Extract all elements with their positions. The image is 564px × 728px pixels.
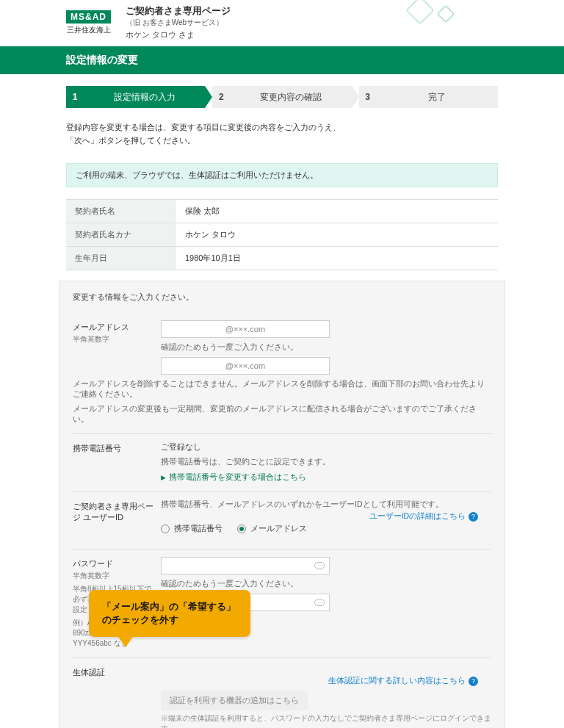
email-delete-note: メールアドレスを削除することはできません。メールアドレスを削除する場合は、画面下… [73,379,491,400]
password-input[interactable] [161,557,330,574]
brand-logo: MS&AD [66,10,111,24]
panel-intro: 変更する情報をご入力ください。 [73,292,491,303]
userid-desc: 携帯電話番号、メールアドレスのいずれかをユーザーIDとして利用可能です。 [161,500,491,510]
name-value: 保険 太郎 [176,200,498,223]
email-confirm-input[interactable]: @×××.com [161,357,330,375]
table-row: 生年月日 1980年10月1日 [66,247,498,270]
step-1-num: 1 [66,92,84,102]
password-label: パスワード [73,559,113,568]
contract-info-table: 契約者氏名 保険 太郎 契約者氏名カナ ホケン タロウ 生年月日 1980年10… [66,199,498,270]
step-2: 2 変更内容の確認 [212,86,351,108]
kana-label: 契約者氏名カナ [66,223,176,246]
step-indicator: 1 設定情報の入力 2 変更内容の確認 3 完了 [0,74,564,118]
page-owner-title: ご契約者さま専用ページ [126,4,231,18]
intro-line-2: 「次へ」ボタンを押してください。 [66,134,498,148]
email-sublabel: 半角英数字 [73,334,161,345]
userid-radio-phone[interactable]: 携帯電話番号 [161,523,223,534]
mobile-label: 携帯電話番号 [73,444,121,453]
step-1: 1 設定情報の入力 [66,86,205,108]
step-3-num: 3 [359,92,377,102]
radio-icon [237,525,246,533]
brand-sub: 三井住友海上 [67,25,111,35]
biometric-note: ※端末の生体認証を利用すると、パスワードの入力なしでご契約者さま専用ページにログ… [161,713,491,728]
kana-value: ホケン タロウ [176,223,498,246]
brand: MS&AD 三井住友海上 [66,10,111,35]
biometric-label: 生体認証 [73,668,105,677]
step-3-label: 完了 [377,91,498,104]
name-label: 契約者氏名 [66,200,176,223]
step-1-label: 設定情報の入力 [84,91,205,104]
mobile-change-link[interactable]: 携帯電話番号を変更する場合はこちら [161,472,491,483]
mobile-per-contract: 携帯電話番号は、ご契約ごとに設定できます。 [161,457,491,467]
password-confirm-hint: 確認のためもう一度ご入力ください。 [161,579,491,589]
email-label: メールアドレス [73,322,129,331]
biometric-detail-link[interactable]: 生体認証に関する詳しい内容はこちら? [328,676,478,686]
biometric-field: 生体認証 生体認証に関する詳しい内容はこちら? 認証を利用する機器の追加はこちら… [73,658,491,728]
step-2-num: 2 [212,92,230,102]
radio-icon [161,525,170,533]
userid-radio-email-label: メールアドレス [250,523,307,534]
email-retain-note: メールアドレスの変更後も一定期間、変更前のメールアドレスに配信される場合がござい… [73,404,491,425]
step-2-label: 変更内容の確認 [230,91,351,104]
dob-label: 生年月日 [66,247,176,270]
biometric-add-device[interactable]: 認証を利用する機器の追加はこちら [161,691,308,710]
mobile-none: ご登録なし [161,442,491,453]
biometric-unavailable-notice: ご利用の端末、ブラウザでは、生体認証はご利用いただけません。 [66,163,498,187]
password-sublabel: 半角英数字 [73,571,161,581]
help-icon: ? [469,677,478,686]
decorative-shapes [410,0,476,29]
intro-text: 登録内容を変更する場合は、変更する項目に変更後の内容をご入力のうえ、 「次へ」ボ… [0,118,564,154]
table-row: 契約者氏名カナ ホケン タロウ [66,223,498,247]
email-input[interactable]: @×××.com [161,320,330,338]
step-3: 3 完了 [359,86,498,108]
mobile-field: 携帯電話番号 ご登録なし 携帯電話番号は、ご契約ごとに設定できます。 携帯電話番… [73,434,491,492]
dob-value: 1980年10月1日 [176,247,498,270]
callout-text: のチェックを外す [102,613,237,627]
intro-line-1: 登録内容を変更する場合は、変更する項目に変更後の内容をご入力のうえ、 [66,121,498,134]
page-header: MS&AD 三井住友海上 ご契約者さま専用ページ （旧 お客さまWebサービス）… [0,0,564,46]
page-title: 設定情報の変更 [0,46,564,74]
settings-form-panel: 変更する情報をご入力ください。 メールアドレス 半角英数字 @×××.com 確… [59,281,505,728]
page-owner-sub: （旧 お客さまWebサービス） [126,18,231,28]
help-icon: ? [469,512,478,522]
email-confirm-hint: 確認のためもう一度ご入力ください。 [161,342,491,353]
user-greeting: ホケン タロウ さま [126,29,231,40]
callout-text: 「メール案内」の「希望する」 [102,600,237,613]
email-field: メールアドレス 半角英数字 @×××.com 確認のためもう一度ご入力ください。… [73,313,491,434]
userid-label: ご契約者さま専用ページ ユーザーID [73,502,153,522]
userid-radio-phone-label: 携帯電話番号 [174,523,223,534]
userid-radio-email[interactable]: メールアドレス [237,523,307,534]
userid-field: ご契約者さま専用ページ ユーザーID 携帯電話番号、メールアドレスのいずれかをユ… [73,492,491,549]
userid-detail-link[interactable]: ユーザーIDの詳細はこちら? [369,511,479,522]
table-row: 契約者氏名 保険 太郎 [66,200,498,223]
callout-mail-guide: 「メール案内」の「希望する」 のチェックを外す [89,590,250,637]
